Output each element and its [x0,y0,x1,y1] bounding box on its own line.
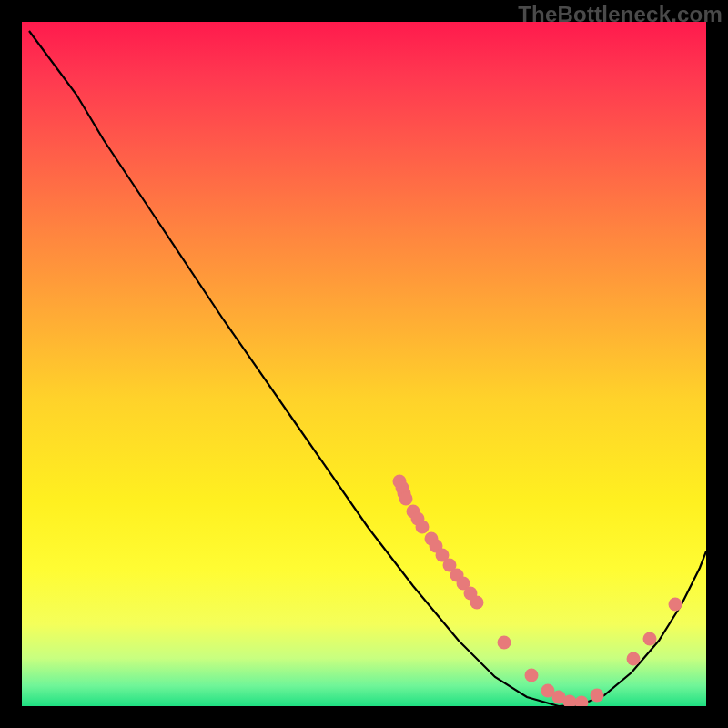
data-marker [669,598,682,612]
data-markers [393,475,682,707]
chart-plot-area [22,22,706,706]
data-marker [399,492,413,506]
data-marker [470,596,484,610]
data-marker [416,521,430,534]
data-marker [591,689,604,703]
data-marker [627,652,641,666]
data-marker [575,696,589,707]
data-marker [498,636,511,650]
bottleneck-curve [29,31,706,706]
data-marker [643,632,657,646]
chart-svg [22,22,706,706]
watermark-text: TheBottleneck.com [518,2,723,27]
data-marker [525,669,539,682]
